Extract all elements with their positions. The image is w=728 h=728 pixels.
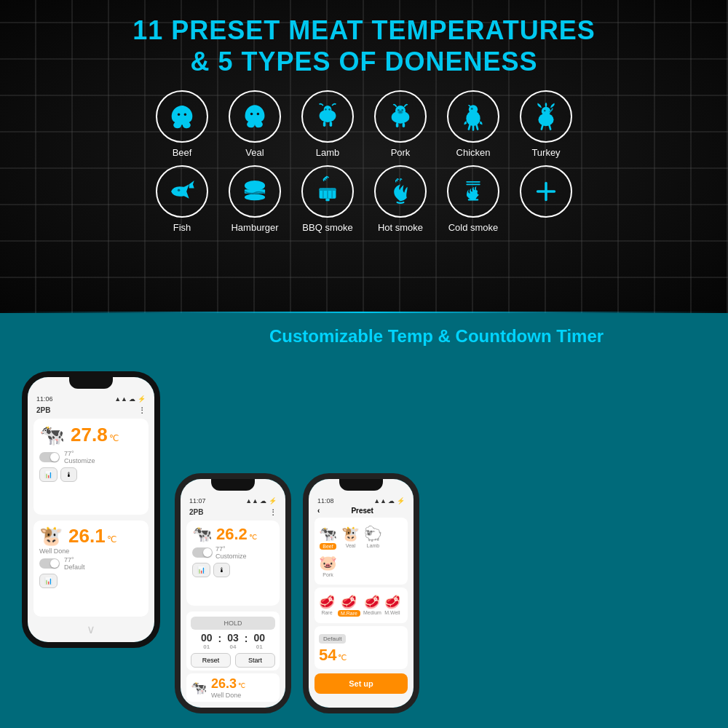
preset-veal[interactable]: 🐮 Veal xyxy=(341,525,360,550)
icon-turkey: Turkey xyxy=(520,90,572,158)
doneness-medium[interactable]: 🥩 Medium xyxy=(363,594,381,617)
section-divider xyxy=(0,312,728,313)
veal-label: Veal xyxy=(245,147,264,158)
beef-label: Beef xyxy=(173,147,192,158)
phone-1-notch xyxy=(69,377,113,389)
pork-icon xyxy=(384,100,416,132)
phone-3-screen: 11:08 ▲▲ ☁ ⚡ ‹ Preset 🐄 Beef xyxy=(309,479,414,708)
icon-lamb: Lamb xyxy=(301,90,354,158)
icon-hot-smoke: Hot smoke xyxy=(374,165,427,233)
svg-rect-2 xyxy=(323,122,326,127)
hot-smoke-label: Hot smoke xyxy=(378,222,423,233)
phone2-temp-btn[interactable]: 🌡 xyxy=(213,563,230,577)
icon-beef: Beef xyxy=(156,90,208,158)
beef-icon xyxy=(166,100,198,132)
custom-label: + xyxy=(543,222,549,233)
bbq-icon xyxy=(312,175,344,207)
phone-1-status: 11:06 ▲▲ ☁ ⚡ xyxy=(33,393,149,405)
svg-point-11 xyxy=(399,111,400,113)
preset-header: ‹ Preset xyxy=(314,507,408,515)
doneness-mrare[interactable]: 🥩 M.Rare xyxy=(338,594,360,617)
svg-point-20 xyxy=(544,110,546,112)
svg-point-4 xyxy=(325,108,327,111)
veal-icon xyxy=(239,100,271,132)
phone-2: 11:07 ▲▲ ☁ ⚡ 2PB ⋮ 🐄 26.2 ℃ xyxy=(175,473,291,713)
preset-default: Default 54 ℃ xyxy=(314,626,408,669)
top-section: 11 PRESET MEAT TEMPERATURES & 5 TYPES OF… xyxy=(0,0,728,313)
phone-2-screen: 11:07 ▲▲ ☁ ⚡ 2PB ⋮ 🐄 26.2 ℃ xyxy=(181,479,285,708)
start-btn[interactable]: Start xyxy=(235,653,275,668)
icon-custom: + xyxy=(520,165,572,233)
svg-point-21 xyxy=(178,189,181,192)
lamb-label: Lamb xyxy=(316,147,340,158)
probe-2-toggle[interactable] xyxy=(39,558,60,569)
icons-row-2: Fish Hamburger xyxy=(156,165,572,233)
turkey-label: Turkey xyxy=(531,147,560,158)
icon-hamburger: Hamburger xyxy=(229,165,281,233)
icon-cold-smoke: Cold smoke xyxy=(447,165,499,233)
turkey-icon xyxy=(530,100,562,132)
phone-2-probe-1: 🐄 26.2 ℃ 77° Customize xyxy=(186,521,280,606)
phone-2-probe-2: 🐄 26.3 ℃ Well Done xyxy=(186,673,280,702)
icon-bbq: BBQ smoke xyxy=(301,165,354,233)
phone2-chart-btn[interactable]: 📊 xyxy=(192,563,210,577)
svg-rect-14 xyxy=(403,123,405,127)
icons-row-1: Beef Veal xyxy=(156,90,572,158)
cold-smoke-icon xyxy=(457,175,489,207)
doneness-rare[interactable]: 🥩 Rare xyxy=(319,594,335,617)
svg-point-24 xyxy=(245,194,265,201)
preset-pork[interactable]: 🐷 Pork xyxy=(319,554,337,577)
preset-lamb[interactable]: 🐑 Lamb xyxy=(364,525,382,550)
fish-icon xyxy=(166,175,198,207)
svg-point-5 xyxy=(328,108,331,111)
reset-btn[interactable]: Reset xyxy=(191,653,231,668)
phone-1-btn-row: 📊 🌡 xyxy=(39,467,143,482)
phone-3-notch xyxy=(339,479,383,491)
fish-label: Fish xyxy=(173,222,191,233)
icon-chicken: Chicken xyxy=(447,90,499,158)
phone-1-header: 2PB ⋮ xyxy=(33,405,149,416)
phone-1-probe-2: 🐮 26.1 ℃ Well Done 77° Default 📊 xyxy=(33,521,149,617)
hamburger-icon xyxy=(239,175,271,207)
icon-pork: Pork xyxy=(374,90,427,158)
phone-1-probe-1: 🐄 27.8 ℃ 77° Customize 📊 🌡 xyxy=(33,419,149,515)
chicken-label: Chicken xyxy=(456,147,491,158)
probe-1-toggle[interactable] xyxy=(39,452,60,462)
svg-point-17 xyxy=(471,108,473,110)
bottom-section: Customizable Temp & Countdown Timer 11:0… xyxy=(0,313,728,728)
probe-1-chart-btn[interactable]: 📊 xyxy=(39,467,58,482)
plus-icon xyxy=(530,175,562,207)
phone-1-screen: 11:06 ▲▲ ☁ ⚡ 2PB ⋮ 🐄 27.8 ℃ xyxy=(28,377,154,642)
preset-beef[interactable]: 🐄 Beef xyxy=(319,525,337,550)
scroll-indicator: ∨ xyxy=(33,622,149,636)
phone-2-notch xyxy=(211,479,255,491)
hamburger-label: Hamburger xyxy=(231,222,278,233)
setup-btn[interactable]: Set up xyxy=(314,673,408,694)
svg-rect-3 xyxy=(330,122,333,127)
bbq-label: BBQ smoke xyxy=(302,222,352,233)
bottom-title: Customizable Temp & Countdown Timer xyxy=(269,326,604,347)
pork-label: Pork xyxy=(391,147,411,158)
svg-rect-13 xyxy=(396,123,399,127)
cold-smoke-label: Cold smoke xyxy=(448,222,499,233)
svg-point-12 xyxy=(400,111,402,113)
phone-3: 11:08 ▲▲ ☁ ⚡ ‹ Preset 🐄 Beef xyxy=(303,473,419,713)
doneness-mwell[interactable]: 🥩 M.Well xyxy=(384,594,400,617)
preset-doneness: 🥩 Rare 🥩 M.Rare 🥩 Medium xyxy=(314,587,408,623)
svg-rect-30 xyxy=(325,199,329,202)
chicken-icon xyxy=(457,100,489,132)
probe-2-chart-btn[interactable]: 📊 xyxy=(39,574,58,588)
icon-fish: Fish xyxy=(156,165,208,233)
probe-1-temp-btn[interactable]: 🌡 xyxy=(60,467,77,482)
phone-1: 11:06 ▲▲ ☁ ⚡ 2PB ⋮ 🐄 27.8 ℃ xyxy=(22,371,160,648)
phone2-toggle[interactable] xyxy=(192,547,213,558)
main-title: 11 PRESET MEAT TEMPERATURES & 5 TYPES OF… xyxy=(132,15,596,77)
phone-2-timer: HOLD 00 01 : 03 04 : xyxy=(186,612,280,670)
lamb-icon xyxy=(312,100,344,132)
icon-veal: Veal xyxy=(229,90,281,158)
preset-animals: 🐄 Beef 🐮 Veal 🐑 Lamb xyxy=(314,518,408,585)
hot-smoke-icon xyxy=(384,175,416,207)
svg-point-22 xyxy=(245,181,265,191)
